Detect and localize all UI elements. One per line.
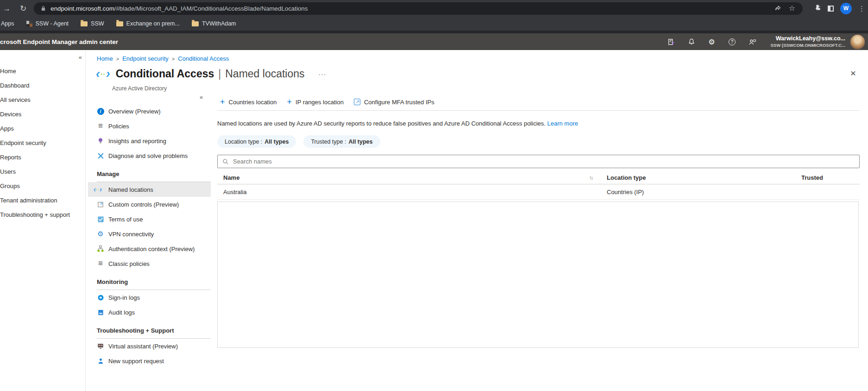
menu-item-label: Insights and reporting — [108, 138, 166, 145]
sidebar-item-dashboard[interactable]: Dashboard — [0, 78, 85, 93]
ip-ranges-location-button[interactable]: IP ranges location — [287, 98, 344, 106]
browser-profile-avatar[interactable]: W — [840, 3, 852, 14]
browser-toolbar: endpoint.microsoft.com/#blade/Microsoft_… — [0, 0, 868, 17]
service-name: Azure Active Directory — [112, 85, 167, 92]
admin-header-title: crosoft Endpoint Manager admin center — [0, 38, 118, 45]
column-header-trusted[interactable]: Trusted — [801, 174, 823, 181]
feedback-icon[interactable] — [748, 38, 757, 46]
menu-item-virtual-assistant[interactable]: Virtual assistant (Preview) — [86, 339, 211, 353]
account-info[interactable]: WarwickLeahy@ssw.co... SSW (SSWCOM.ONMIC… — [771, 35, 846, 48]
sidebar-item-groups[interactable]: Groups — [0, 179, 85, 193]
breadcrumb-endpoint-security[interactable]: Endpoint security — [122, 55, 169, 62]
menu-item-authentication-context[interactable]: Authentication context (Preview) — [86, 241, 211, 256]
description-text: Named locations are used by Azure AD sec… — [217, 120, 578, 127]
trusted-type-filter[interactable]: Trusted type : All types — [303, 135, 380, 148]
list-icon — [97, 260, 104, 267]
menu-item-label: Classic policies — [108, 260, 150, 267]
filter-label: Trusted type : — [311, 139, 346, 145]
blade-body: Overview (Preview) Policies Insights and… — [86, 94, 868, 391]
menu-item-audit-logs[interactable]: Audit logs — [86, 305, 211, 320]
sidebar-item-troubleshooting[interactable]: Troubleshooting + support — [0, 208, 85, 222]
bookmark-label: Apps — [1, 20, 14, 27]
sidebar-item-label: Apps — [0, 125, 14, 132]
menu-item-custom-controls[interactable]: Custom controls (Preview) — [86, 197, 211, 212]
address-bar[interactable]: endpoint.microsoft.com/#blade/Microsoft_… — [34, 2, 803, 15]
blade-title-row: Conditional Access | Named locations — [96, 67, 327, 81]
title-separator: | — [218, 68, 221, 80]
menu-item-classic-policies[interactable]: Classic policies — [86, 256, 211, 271]
menu-item-overview[interactable]: Overview (Preview) — [86, 104, 211, 119]
bookmark-ssw-agent[interactable]: SSW - Agent — [26, 20, 69, 27]
sidebar-item-tenant-administration[interactable]: Tenant administration — [0, 193, 85, 208]
menu-item-named-locations[interactable]: Named locations — [88, 182, 211, 197]
table-row[interactable]: Australia Countries (IP) — [217, 184, 860, 200]
sidebar-item-devices[interactable]: Devices — [0, 107, 85, 121]
settings-gear-icon[interactable] — [708, 38, 716, 46]
share-icon[interactable] — [774, 5, 781, 12]
account-avatar[interactable] — [850, 34, 865, 50]
menu-item-policies[interactable]: Policies — [86, 119, 211, 133]
filter-pills: Location type : All types Trusted type :… — [217, 135, 380, 148]
more-actions-icon[interactable] — [319, 70, 327, 78]
close-blade-icon[interactable] — [850, 68, 856, 79]
breadcrumb: Home Endpoint security Conditional Acces… — [97, 55, 229, 62]
sidebar-item-reports[interactable]: Reports — [0, 150, 85, 164]
filter-label: Location type : — [225, 139, 262, 145]
menu-item-vpn-connectivity[interactable]: VPN connectivity — [86, 227, 211, 241]
lock-icon — [41, 5, 46, 12]
admin-header-icons — [655, 38, 757, 46]
bookmark-ssw[interactable]: SSW — [81, 20, 104, 27]
help-icon[interactable] — [728, 38, 736, 46]
sidebar-item-apps[interactable]: Apps — [0, 121, 85, 136]
cloud-shell-filter-icon[interactable] — [667, 38, 675, 46]
description: Named locations are used by Azure AD sec… — [217, 120, 546, 127]
menu-item-insights[interactable]: Insights and reporting — [86, 133, 211, 148]
menu-item-diagnose[interactable]: Diagnose and solve problems — [86, 148, 211, 163]
terms-check-icon — [97, 215, 104, 223]
conditional-access-icon — [96, 67, 110, 81]
countries-location-button[interactable]: Countries location — [220, 98, 277, 106]
bookmark-tvwithadam[interactable]: TVWithAdam — [192, 20, 236, 27]
column-header-name[interactable]: Name — [223, 174, 239, 181]
browser-menu-icon[interactable] — [858, 5, 865, 13]
sidebar-item-all-services[interactable]: All services — [0, 93, 85, 107]
menu-item-terms-of-use[interactable]: Terms of use — [86, 212, 211, 227]
blade-menu-collapse-icon[interactable] — [200, 94, 203, 101]
url-path: /#blade/Microsoft_AAD_IAM/ConditionalAcc… — [114, 5, 308, 12]
sort-icon[interactable] — [589, 175, 592, 180]
menu-item-label: VPN connectivity — [108, 231, 154, 238]
left-sidebar: Home Dashboard All services Devices Apps… — [0, 50, 86, 391]
bookmark-exchange[interactable]: Exchange on prem... — [116, 20, 180, 27]
sidebar-item-users[interactable]: Users — [0, 164, 85, 179]
menu-item-sign-in-logs[interactable]: Sign-in logs — [86, 290, 211, 305]
menu-item-label: Authentication context (Preview) — [108, 246, 195, 252]
code-brackets-icon — [97, 186, 104, 193]
search-input[interactable] — [232, 155, 859, 168]
cell-name[interactable]: Australia — [223, 189, 247, 196]
sidebar-nav-list: Home Dashboard All services Devices Apps… — [0, 64, 85, 222]
configure-mfa-trusted-ips-button[interactable]: Configure MFA trusted IPs — [354, 99, 434, 106]
side-panel-icon[interactable] — [828, 6, 834, 12]
notifications-bell-icon[interactable] — [687, 38, 696, 46]
breadcrumb-conditional-access[interactable]: Conditional Access — [178, 55, 229, 62]
sidebar-item-label: Dashboard — [0, 82, 30, 89]
bookmark-star-icon[interactable] — [789, 5, 795, 12]
breadcrumb-separator-icon — [172, 56, 175, 62]
sidebar-item-label: Groups — [0, 183, 20, 189]
column-header-location-type[interactable]: Location type — [607, 174, 646, 181]
bookmark-apps[interactable]: Apps — [1, 20, 14, 27]
location-type-filter[interactable]: Location type : All types — [217, 135, 296, 148]
browser-actions: W — [807, 3, 865, 14]
menu-item-new-support-request[interactable]: New support request — [86, 353, 211, 368]
reload-icon[interactable] — [20, 5, 26, 13]
url-text[interactable]: endpoint.microsoft.com/#blade/Microsoft_… — [50, 5, 774, 12]
menu-item-label: New support request — [108, 358, 164, 365]
sidebar-item-home[interactable]: Home — [0, 64, 85, 78]
breadcrumb-home[interactable]: Home — [97, 55, 113, 62]
forward-icon[interactable] — [3, 5, 11, 13]
sidebar-item-endpoint-security[interactable]: Endpoint security — [0, 136, 85, 150]
extensions-puzzle-icon[interactable] — [814, 4, 821, 13]
menu-item-label: Policies — [108, 123, 129, 130]
learn-more-link[interactable]: Learn more — [547, 120, 578, 127]
sidebar-collapse-icon[interactable] — [79, 54, 82, 61]
